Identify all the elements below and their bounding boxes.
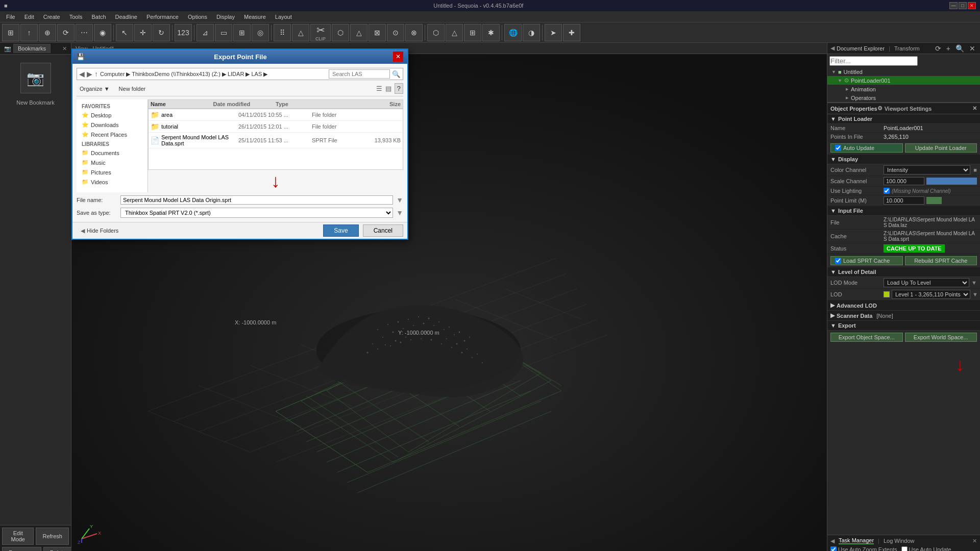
nav-downloads[interactable]: ⭐ Downloads xyxy=(79,120,145,130)
dialog-toolbar: Organize ▼ New folder ☰ ▤ ? xyxy=(77,83,403,96)
nav-documents[interactable]: 📁 Documents xyxy=(79,148,145,158)
nav-recent-places[interactable]: ⭐ Recent Places xyxy=(79,130,145,139)
file-size-sprt: 13,933 KB xyxy=(360,137,401,143)
file-type-area: File folder xyxy=(312,112,358,118)
address-bar: ◀ ▶ ↑ Computer ▶ ThinkboxDemo (\\Thinkbo… xyxy=(77,68,403,80)
recent-icon: ⭐ xyxy=(82,131,89,138)
file-type-tutorial: File folder xyxy=(312,123,358,130)
filename-dropdown-icon[interactable]: ▼ xyxy=(396,196,403,204)
dialog-close-button[interactable]: ✕ xyxy=(393,52,403,62)
arrow-hide-icon: ◀ xyxy=(81,228,85,234)
col-date: Date modified xyxy=(213,101,276,107)
dialog-body: ◀ ▶ ↑ Computer ▶ ThinkboxDemo (\\Thinkbo… xyxy=(72,64,407,222)
organize-button[interactable]: Organize ▼ xyxy=(77,85,113,93)
dialog-title-label: Export Point File xyxy=(214,53,266,61)
nav-forward-button[interactable]: ▶ xyxy=(87,70,92,78)
filename-row: File name: ▼ xyxy=(77,195,403,205)
search-icon[interactable]: 🔍 xyxy=(392,70,401,78)
file-date-area: 04/11/2015 10:55 ... xyxy=(238,112,310,118)
col-name: Name xyxy=(151,101,213,107)
view-details-icon[interactable]: ▤ xyxy=(385,85,391,92)
export-dialog: 💾 Export Point File ✕ ◀ ▶ ↑ Computer ▶ T… xyxy=(71,48,408,240)
hide-folders-label: Hide Folders xyxy=(87,228,118,234)
savetype-dropdown-icon[interactable]: ▼ xyxy=(396,209,403,217)
hide-folders-row: ◀ Hide Folders xyxy=(77,226,122,236)
new-folder-button[interactable]: New folder xyxy=(116,85,149,93)
col-size: Size xyxy=(338,101,401,107)
nav-up-button[interactable]: ↑ xyxy=(94,70,98,78)
folder-icon-area: 📁 xyxy=(151,111,159,119)
address-path: Computer ▶ ThinkboxDemo (\\Thinkbox413) … xyxy=(100,71,327,78)
file-date-tutorial: 26/11/2015 12:01 ... xyxy=(238,123,310,130)
view-list-icon[interactable]: ☰ xyxy=(376,85,382,92)
nav-videos[interactable]: 📁 Videos xyxy=(79,177,145,187)
file-name-area: area xyxy=(161,112,236,118)
col-type: Type xyxy=(276,101,338,107)
nav-desktop[interactable]: ⭐ Desktop xyxy=(79,110,145,120)
desktop-icon: ⭐ xyxy=(82,112,89,118)
dialog-main: Favorites ⭐ Desktop ⭐ Downloads ⭐ Recent… xyxy=(77,99,403,192)
dialog-footer: ◀ Hide Folders Save Cancel xyxy=(72,222,407,239)
search-input[interactable] xyxy=(329,69,390,79)
filename-label: File name: xyxy=(77,197,117,203)
file-name-sprt: Serpent Mound Model LAS Data.sprt xyxy=(161,134,236,146)
downloads-icon: ⭐ xyxy=(82,121,89,128)
nav-music[interactable]: 📁 Music xyxy=(79,158,145,167)
file-item-sprt[interactable]: 📄 Serpent Mound Model LAS Data.sprt 25/1… xyxy=(149,133,403,148)
favorites-section-label: Favorites xyxy=(79,102,145,110)
dialog-file-area: Name Date modified Type Size 📁 area 04/1… xyxy=(148,99,403,192)
documents-icon: 📁 xyxy=(82,149,89,156)
dialog-overlay: 💾 Export Point File ✕ ◀ ▶ ↑ Computer ▶ T… xyxy=(0,0,980,551)
file-list-header: Name Date modified Type Size xyxy=(148,99,403,109)
dialog-left-nav: Favorites ⭐ Desktop ⭐ Downloads ⭐ Recent… xyxy=(77,99,148,192)
cancel-button[interactable]: Cancel xyxy=(363,224,403,237)
folder-icon-tutorial: 📁 xyxy=(151,122,159,131)
file-type-sprt: SPRT File xyxy=(312,137,358,143)
savetype-select[interactable]: Thinkbox Spatial PRT V2.0 (*.sprt) xyxy=(120,208,393,218)
file-date-sprt: 25/11/2015 11:53 ... xyxy=(238,137,310,143)
file-item-area[interactable]: 📁 area 04/11/2015 10:55 ... File folder xyxy=(149,109,403,121)
dialog-buttons: Save Cancel xyxy=(323,224,403,237)
libraries-section-label: Libraries xyxy=(79,139,145,148)
file-name-tutorial: tutorial xyxy=(161,123,236,130)
savetype-row: Save as type: Thinkbox Spatial PRT V2.0 … xyxy=(77,208,403,218)
file-item-tutorial[interactable]: 📁 tutorial 26/11/2015 12:01 ... File fol… xyxy=(149,121,403,133)
nav-back-button[interactable]: ◀ xyxy=(79,70,85,78)
videos-icon: 📁 xyxy=(82,179,89,185)
savetype-label: Save as type: xyxy=(77,210,117,216)
dialog-icon: 💾 xyxy=(77,53,85,61)
dialog-title-bar: 💾 Export Point File ✕ xyxy=(72,49,407,64)
help-icon[interactable]: ? xyxy=(395,83,403,94)
file-icon-sprt: 📄 xyxy=(151,136,159,144)
nav-pictures[interactable]: 📁 Pictures xyxy=(79,167,145,177)
pictures-icon: 📁 xyxy=(82,169,89,176)
dialog-red-arrow: ↓ xyxy=(148,170,403,192)
save-button[interactable]: Save xyxy=(323,224,358,237)
music-icon: 📁 xyxy=(82,159,89,166)
file-list: 📁 area 04/11/2015 10:55 ... File folder … xyxy=(148,109,403,170)
filename-input[interactable] xyxy=(120,195,393,205)
